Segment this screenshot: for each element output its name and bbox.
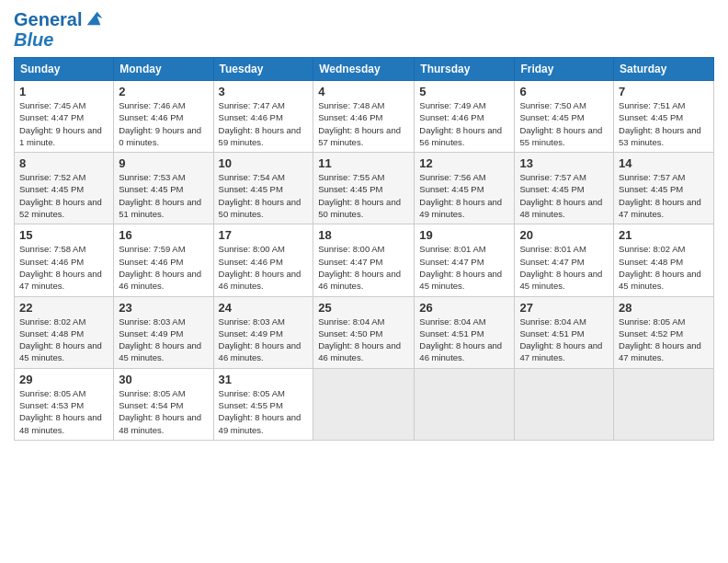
day-number: 14 [619,156,709,170]
day-detail: Sunrise: 8:01 AMSunset: 4:47 PMDaylight:… [419,243,509,292]
day-number: 7 [619,85,709,98]
calendar-week: 1 Sunrise: 7:45 AMSunset: 4:47 PMDayligh… [15,81,714,153]
dow-cell: Wednesday [313,58,415,81]
calendar-cell: 28 Sunrise: 8:05 AMSunset: 4:52 PMDaylig… [614,296,714,368]
day-number: 13 [519,156,609,170]
day-number: 18 [318,228,409,242]
logo-icon [84,8,104,29]
calendar-cell: 1 Sunrise: 7:45 AMSunset: 4:47 PMDayligh… [15,81,114,153]
day-detail: Sunrise: 7:50 AMSunset: 4:45 PMDaylight:… [519,99,609,148]
day-detail: Sunrise: 8:04 AMSunset: 4:50 PMDaylight:… [318,316,409,364]
calendar-cell: 23 Sunrise: 8:03 AMSunset: 4:49 PMDaylig… [114,296,213,368]
day-number: 25 [318,301,409,315]
day-detail: Sunrise: 7:54 AMSunset: 4:45 PMDaylight:… [219,171,309,220]
calendar-cell: 21 Sunrise: 8:02 AMSunset: 4:48 PMDaylig… [614,224,714,296]
calendar-cell: 7 Sunrise: 7:51 AMSunset: 4:45 PMDayligh… [614,81,714,153]
day-detail: Sunrise: 8:02 AMSunset: 4:48 PMDaylight:… [619,243,709,292]
day-detail: Sunrise: 8:01 AMSunset: 4:47 PMDaylight:… [519,243,609,292]
day-detail: Sunrise: 7:59 AMSunset: 4:46 PMDaylight:… [119,243,208,292]
day-number: 5 [419,85,509,98]
day-number: 19 [419,228,509,242]
day-number: 9 [119,156,208,170]
day-detail: Sunrise: 8:03 AMSunset: 4:49 PMDaylight:… [219,316,309,364]
header: General Blue [14,9,714,50]
calendar-cell: 9 Sunrise: 7:53 AMSunset: 4:45 PMDayligh… [114,153,213,224]
day-detail: Sunrise: 8:03 AMSunset: 4:49 PMDaylight:… [119,316,208,364]
day-detail: Sunrise: 8:04 AMSunset: 4:51 PMDaylight:… [419,316,509,364]
calendar-cell [614,368,714,440]
day-detail: Sunrise: 7:58 AMSunset: 4:46 PMDaylight:… [19,243,108,292]
day-number: 11 [318,156,409,170]
day-detail: Sunrise: 7:57 AMSunset: 4:45 PMDaylight:… [519,171,609,220]
day-detail: Sunrise: 8:05 AMSunset: 4:53 PMDaylight:… [19,387,108,436]
dow-cell: Thursday [415,58,515,81]
calendar-cell: 8 Sunrise: 7:52 AMSunset: 4:45 PMDayligh… [15,153,114,224]
dow-cell: Friday [515,58,614,81]
calendar-cell: 29 Sunrise: 8:05 AMSunset: 4:53 PMDaylig… [15,368,114,440]
day-number: 21 [619,228,709,242]
day-detail: Sunrise: 8:05 AMSunset: 4:52 PMDaylight:… [619,316,709,364]
day-number: 1 [19,85,108,98]
dow-cell: Monday [114,58,213,81]
day-number: 22 [19,301,108,315]
day-number: 29 [19,373,108,386]
logo-text: General [14,9,82,29]
calendar-week: 29 Sunrise: 8:05 AMSunset: 4:53 PMDaylig… [15,368,714,440]
calendar-cell: 2 Sunrise: 7:46 AMSunset: 4:46 PMDayligh… [114,81,213,153]
calendar-cell: 30 Sunrise: 8:05 AMSunset: 4:54 PMDaylig… [114,368,213,440]
calendar-week: 15 Sunrise: 7:58 AMSunset: 4:46 PMDaylig… [15,224,714,296]
day-detail: Sunrise: 8:04 AMSunset: 4:51 PMDaylight:… [519,316,609,364]
calendar-cell: 24 Sunrise: 8:03 AMSunset: 4:49 PMDaylig… [213,296,313,368]
day-number: 24 [219,301,309,315]
day-detail: Sunrise: 7:55 AMSunset: 4:45 PMDaylight:… [318,171,409,220]
calendar-week: 8 Sunrise: 7:52 AMSunset: 4:45 PMDayligh… [15,153,714,224]
day-detail: Sunrise: 7:47 AMSunset: 4:46 PMDaylight:… [219,99,309,148]
day-detail: Sunrise: 8:00 AMSunset: 4:46 PMDaylight:… [219,243,309,292]
day-detail: Sunrise: 7:49 AMSunset: 4:46 PMDaylight:… [419,99,509,148]
svg-marker-0 [87,12,103,26]
calendar-cell [313,368,415,440]
calendar-cell: 12 Sunrise: 7:56 AMSunset: 4:45 PMDaylig… [415,153,515,224]
calendar-cell: 16 Sunrise: 7:59 AMSunset: 4:46 PMDaylig… [114,224,213,296]
day-number: 23 [119,301,208,315]
day-detail: Sunrise: 7:48 AMSunset: 4:46 PMDaylight:… [318,99,409,148]
calendar-cell: 19 Sunrise: 8:01 AMSunset: 4:47 PMDaylig… [415,224,515,296]
day-number: 31 [219,373,309,386]
day-number: 2 [119,85,208,98]
calendar-cell: 17 Sunrise: 8:00 AMSunset: 4:46 PMDaylig… [213,224,313,296]
day-number: 4 [318,85,409,98]
calendar-cell: 14 Sunrise: 7:57 AMSunset: 4:45 PMDaylig… [614,153,714,224]
calendar-table: SundayMondayTuesdayWednesdayThursdayFrid… [14,57,714,441]
calendar-cell: 18 Sunrise: 8:00 AMSunset: 4:47 PMDaylig… [313,224,415,296]
day-number: 15 [19,228,108,242]
calendar-body: 1 Sunrise: 7:45 AMSunset: 4:47 PMDayligh… [15,81,714,441]
calendar-cell: 5 Sunrise: 7:49 AMSunset: 4:46 PMDayligh… [415,81,515,153]
day-detail: Sunrise: 7:46 AMSunset: 4:46 PMDaylight:… [119,99,208,148]
day-detail: Sunrise: 7:57 AMSunset: 4:45 PMDaylight:… [619,171,709,220]
logo: General Blue [14,9,104,50]
calendar-cell [515,368,614,440]
day-detail: Sunrise: 8:05 AMSunset: 4:55 PMDaylight:… [219,387,309,436]
day-number: 10 [219,156,309,170]
day-number: 16 [119,228,208,242]
day-number: 3 [219,85,309,98]
calendar-cell: 3 Sunrise: 7:47 AMSunset: 4:46 PMDayligh… [213,81,313,153]
dow-cell: Sunday [15,58,114,81]
day-detail: Sunrise: 7:45 AMSunset: 4:47 PMDaylight:… [19,99,108,148]
calendar-cell: 31 Sunrise: 8:05 AMSunset: 4:55 PMDaylig… [213,368,313,440]
logo-text-blue: Blue [14,29,104,50]
day-number: 28 [619,301,709,315]
calendar-cell: 10 Sunrise: 7:54 AMSunset: 4:45 PMDaylig… [213,153,313,224]
day-number: 30 [119,373,208,386]
calendar-cell: 27 Sunrise: 8:04 AMSunset: 4:51 PMDaylig… [515,296,614,368]
day-detail: Sunrise: 7:53 AMSunset: 4:45 PMDaylight:… [119,171,208,220]
day-number: 27 [519,301,609,315]
calendar-cell: 6 Sunrise: 7:50 AMSunset: 4:45 PMDayligh… [515,81,614,153]
day-detail: Sunrise: 7:52 AMSunset: 4:45 PMDaylight:… [19,171,108,220]
calendar-container: General Blue SundayMondayTuesdayWednesda… [0,0,728,450]
dow-cell: Saturday [614,58,714,81]
day-number: 8 [19,156,108,170]
dow-cell: Tuesday [213,58,313,81]
calendar-cell: 4 Sunrise: 7:48 AMSunset: 4:46 PMDayligh… [313,81,415,153]
day-of-week-header: SundayMondayTuesdayWednesdayThursdayFrid… [15,58,714,81]
